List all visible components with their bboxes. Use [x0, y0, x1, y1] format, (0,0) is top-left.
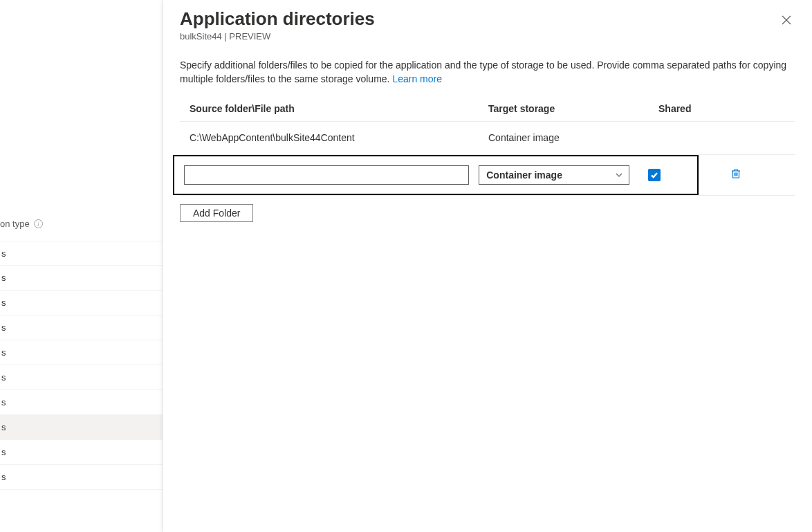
background-list-item[interactable]: s: [0, 340, 163, 365]
add-folder-button[interactable]: Add Folder: [180, 204, 253, 222]
panel-resource-name: bulkSite44: [180, 31, 222, 42]
background-section-label: on type i: [0, 219, 43, 229]
background-section-text: on type: [0, 219, 30, 229]
learn-more-link[interactable]: Learn more: [392, 73, 442, 84]
panel-preview-badge: PREVIEW: [229, 31, 270, 42]
close-button[interactable]: [777, 11, 795, 31]
check-icon: [650, 171, 658, 179]
background-list: ssssssssss: [0, 241, 163, 490]
panel-header: Application directories bulkSite44 | PRE…: [180, 8, 795, 42]
edit-row-highlight: Container image: [173, 155, 699, 195]
table-row-edit: Container image: [180, 155, 795, 196]
trash-icon: [730, 168, 741, 179]
background-list-item[interactable]: s: [0, 266, 163, 291]
column-header-source: Source folder\File path: [190, 103, 488, 114]
background-list-item[interactable]: s: [0, 291, 163, 315]
column-header-target: Target storage: [488, 103, 658, 114]
panel-subtitle-separator: |: [222, 31, 230, 42]
edit-source-cell: [184, 165, 479, 185]
table-header-row: Source folder\File path Target storage S…: [180, 103, 795, 122]
application-directories-blade: Application directories bulkSite44 | PRE…: [163, 0, 812, 532]
panel-title: Application directories: [180, 8, 375, 30]
panel-description: Specify additional folders/files to be c…: [180, 58, 795, 86]
info-icon[interactable]: i: [34, 219, 43, 228]
background-list-item[interactable]: s: [0, 315, 163, 340]
row-source-path: C:\WebAppContent\bulkSite44Content: [190, 132, 488, 143]
close-icon: [782, 15, 791, 25]
background-list-item[interactable]: s: [0, 365, 163, 390]
column-header-shared: Shared: [658, 103, 710, 114]
background-left-panel: on type i ssssssssss: [0, 0, 163, 532]
panel-subtitle: bulkSite44 | PREVIEW: [180, 31, 375, 42]
shared-checkbox[interactable]: [648, 169, 661, 181]
row-target-storage: Container image: [488, 132, 658, 143]
chevron-down-icon: [615, 171, 623, 179]
background-list-item[interactable]: s: [0, 465, 163, 490]
background-list-item[interactable]: s: [0, 440, 163, 465]
description-text: Specify additional folders/files to be c…: [180, 59, 786, 84]
background-list-item[interactable]: s: [0, 415, 163, 440]
dropdown-selected-value: Container image: [486, 169, 562, 181]
target-storage-dropdown[interactable]: Container image: [479, 165, 629, 185]
background-list-item[interactable]: s: [0, 390, 163, 415]
background-list-item[interactable]: s: [0, 241, 163, 266]
directories-table: Source folder\File path Target storage S…: [180, 103, 795, 196]
table-row: C:\WebAppContent\bulkSite44Content Conta…: [180, 122, 795, 155]
delete-row-button[interactable]: [728, 165, 744, 184]
edit-shared-cell: [647, 169, 697, 181]
edit-target-cell: Container image: [479, 165, 647, 185]
source-path-input[interactable]: [184, 165, 469, 185]
